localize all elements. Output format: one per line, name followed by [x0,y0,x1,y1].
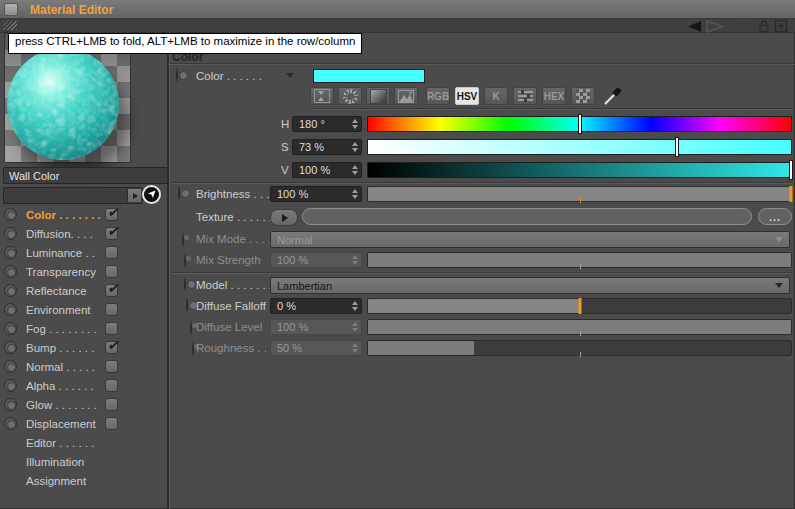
sidebar-item-diffusion[interactable]: Diffusion. . . . [0,227,166,242]
color-fold-caret-icon[interactable] [286,73,294,82]
channel-radio[interactable] [4,398,17,411]
mix-strength-value-input[interactable]: 100 % [270,252,362,268]
diffuse-level-slider[interactable] [367,319,792,335]
lock-icon[interactable] [757,19,771,33]
channel-checkbox[interactable] [105,227,118,240]
new-window-icon[interactable] [774,19,788,33]
channel-radio[interactable] [4,322,17,335]
channel-checkbox[interactable] [105,341,118,354]
saturation-slider-handle[interactable] [675,137,679,157]
mix-strength-stepper[interactable] [352,255,358,265]
model-dropdown[interactable]: Lambertian [270,277,790,294]
saturation-value-input[interactable]: 73 % [292,139,362,155]
texture-play-button[interactable] [270,209,298,226]
color-swatch[interactable] [313,69,425,83]
channel-radio[interactable] [4,208,17,221]
color-wheel-icon[interactable] [338,87,362,105]
channel-radio[interactable] [4,341,17,354]
history-forward-icon[interactable] [705,19,725,33]
channel-checkbox[interactable] [105,246,118,259]
sidebar-item-editor[interactable]: Editor . . . . . . [0,436,166,451]
sidebar-item-illumination[interactable]: Illumination [0,455,166,470]
roughness-value-input[interactable]: 50 % [270,340,362,356]
jump-up-icon[interactable] [737,19,753,33]
material-name-input[interactable]: Wall Color [3,167,168,184]
channel-checkbox[interactable] [105,379,118,392]
sidebar-item-luminance[interactable]: Luminance . . [0,246,166,261]
saturation-stepper[interactable] [352,142,358,152]
mix-strength-slider[interactable] [367,252,792,268]
roughness-slider[interactable] [367,340,792,356]
channel-radio[interactable] [4,265,17,278]
window-menu-button[interactable] [4,3,18,16]
model-radio[interactable] [184,277,186,291]
k-mode-button[interactable]: K [484,87,508,105]
hsv-mode-button[interactable]: HSV [455,87,479,105]
channel-radio[interactable] [4,303,17,316]
brightness-value-input[interactable]: 100 % [270,186,362,202]
sidebar-item-reflectance[interactable]: Reflectance [0,284,166,299]
channel-radio[interactable] [4,284,17,297]
diffuse-falloff-radio[interactable] [186,298,188,312]
eyedropper-icon[interactable] [602,85,624,109]
value-slider[interactable] [367,162,792,178]
channel-checkbox[interactable] [105,398,118,411]
brightness-slider-handle[interactable] [790,186,793,202]
hue-stepper[interactable] [352,119,358,129]
brightness-stepper[interactable] [352,189,358,199]
sidebar-item-alpha[interactable]: Alpha . . . . . . [0,379,166,394]
diffuse-falloff-slider[interactable] [367,298,792,314]
hue-slider-handle[interactable] [578,114,582,134]
channel-checkbox[interactable] [105,360,118,373]
diffuse-falloff-value-input[interactable]: 0 % [270,298,362,314]
mixer-icon[interactable] [513,87,537,105]
fold-grip-icon[interactable] [3,21,17,30]
pick-object-button[interactable] [142,185,161,204]
reference-input[interactable] [3,187,143,204]
hex-mode-button[interactable]: HEX [542,87,566,105]
diffuse-level-value-input[interactable]: 100 % [270,319,362,335]
saturation-slider[interactable] [367,139,792,155]
sidebar-item-glow[interactable]: Glow . . . . . . . [0,398,166,413]
channel-radio[interactable] [4,246,17,259]
gradient-icon[interactable] [366,87,390,105]
value-slider-handle[interactable] [789,160,793,180]
fold-icon[interactable] [310,87,334,105]
sidebar-item-displacement[interactable]: Displacement [0,417,166,432]
channel-radio[interactable] [4,360,17,373]
channel-radio[interactable] [4,417,17,430]
channel-checkbox[interactable] [105,417,118,430]
sidebar-item-assignment[interactable]: Assignment [0,474,166,489]
channel-checkbox[interactable] [105,265,118,278]
brightness-slider[interactable] [367,186,792,202]
sidebar-item-color[interactable]: Color . . . . . . . [0,208,166,223]
sidebar-item-environment[interactable]: Environment [0,303,166,318]
channel-checkbox[interactable] [105,322,118,335]
sidebar-item-normal[interactable]: Normal . . . . . [0,360,166,375]
channel-checkbox[interactable] [105,284,118,297]
brightness-radio[interactable] [178,186,180,200]
title-bar[interactable]: Material Editor [0,0,795,19]
rgb-mode-button[interactable]: RGB [426,87,450,105]
value-value-input[interactable]: 100 % [292,162,362,178]
image-icon[interactable] [394,87,418,105]
history-back-icon[interactable] [686,19,702,33]
texture-browse-button[interactable]: ... [758,208,792,225]
diffuse-falloff-slider-handle[interactable] [578,298,581,314]
color-channel-radio[interactable] [176,68,178,82]
panel-divider[interactable] [167,32,170,509]
diffuse-level-stepper[interactable] [352,322,358,332]
sidebar-item-transparency[interactable]: Transparency [0,265,166,280]
texture-path-field[interactable] [302,208,752,225]
channel-radio[interactable] [4,379,17,392]
value-stepper[interactable] [352,165,358,175]
hue-slider[interactable] [367,116,792,132]
mix-mode-dropdown[interactable]: Normal [270,231,790,248]
swatches-icon[interactable] [571,87,595,105]
channel-checkbox[interactable] [105,303,118,316]
channel-radio[interactable] [4,227,17,240]
channel-checkbox[interactable] [105,208,118,221]
hue-value-input[interactable]: 180 ° [292,116,362,132]
diffuse-falloff-stepper[interactable] [352,301,358,311]
sidebar-item-fog[interactable]: Fog . . . . . . . . [0,322,166,337]
